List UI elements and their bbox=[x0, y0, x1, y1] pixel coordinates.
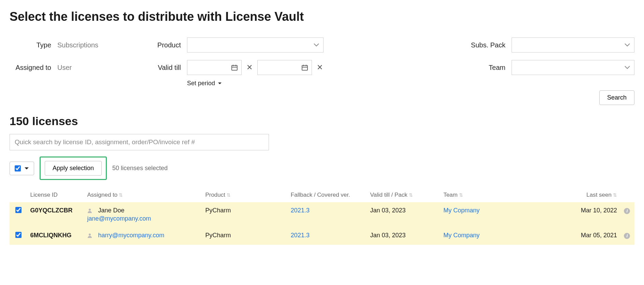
sort-icon: ⇅ bbox=[459, 192, 463, 198]
fallback-version[interactable]: 2021.3 bbox=[291, 207, 310, 214]
selected-count: 50 licenses selected bbox=[112, 165, 168, 172]
team-select[interactable] bbox=[512, 60, 634, 75]
chevron-down-icon bbox=[218, 82, 222, 85]
chevron-down-icon bbox=[314, 43, 319, 47]
subs-pack-label: Subs. Pack bbox=[471, 41, 512, 49]
assigned-name: Jane Doe bbox=[98, 207, 124, 214]
valid-to-input[interactable] bbox=[257, 60, 312, 75]
type-value[interactable]: Subscriptions bbox=[57, 41, 146, 49]
select-all-checkbox[interactable] bbox=[15, 165, 21, 171]
col-fallback[interactable]: Fallback / Covered ver. bbox=[288, 188, 368, 202]
valid-from-input[interactable] bbox=[187, 60, 242, 75]
info-icon[interactable]: i bbox=[624, 233, 630, 239]
product: PyCharm bbox=[202, 202, 288, 227]
valid-till-group: ✕ ✕ bbox=[187, 60, 324, 75]
license-id: 6MCLIQNKHG bbox=[27, 227, 84, 245]
type-label: Type bbox=[10, 41, 57, 49]
chevron-down-icon bbox=[625, 43, 630, 47]
license-id: G0YQCLZCBR bbox=[27, 202, 84, 227]
sort-icon: ⇅ bbox=[613, 192, 617, 198]
select-all-toggle[interactable] bbox=[10, 162, 34, 175]
user-icon bbox=[87, 233, 92, 240]
svg-point-8 bbox=[89, 209, 91, 211]
filters-grid: Type Subscriptions Product Subs. Pack As… bbox=[10, 38, 634, 87]
row-checkbox[interactable] bbox=[15, 232, 22, 238]
last-seen: Mar 05, 2021 bbox=[571, 227, 620, 245]
row-checkbox[interactable] bbox=[15, 207, 22, 213]
page-title: Select the licenses to distribute with L… bbox=[10, 10, 634, 24]
assigned-link[interactable]: harry@mycompany.com bbox=[98, 232, 164, 239]
team-link[interactable]: My Copmany bbox=[443, 207, 480, 214]
valid-till: Jan 03, 2023 bbox=[367, 227, 441, 245]
table-row: G0YQCLZCBR Jane Doejane@mycompany.com Py… bbox=[10, 202, 634, 227]
search-button[interactable]: Search bbox=[599, 90, 634, 105]
valid-till-label: Valid till bbox=[146, 64, 187, 72]
sort-icon: ⇅ bbox=[227, 192, 231, 198]
apply-selection-button[interactable]: Apply selection bbox=[45, 161, 102, 176]
assigned-to-value[interactable]: User bbox=[57, 64, 146, 72]
clear-from-icon[interactable]: ✕ bbox=[246, 63, 253, 72]
col-valid-till[interactable]: Valid till / Pack⇅ bbox=[367, 188, 441, 202]
product-label: Product bbox=[146, 41, 187, 49]
svg-rect-0 bbox=[232, 65, 237, 70]
svg-rect-4 bbox=[302, 65, 307, 70]
user-icon bbox=[87, 208, 92, 215]
set-period-dropdown[interactable]: Set period bbox=[187, 80, 324, 87]
table-header-row: License ID Assigned to⇅ Product⇅ Fallbac… bbox=[10, 188, 634, 202]
col-license-id[interactable]: License ID bbox=[27, 188, 84, 202]
table-row: 6MCLIQNKHG harry@mycompany.com PyCharm 2… bbox=[10, 227, 634, 245]
col-product[interactable]: Product⇅ bbox=[202, 188, 288, 202]
results-heading: 150 licenses bbox=[10, 115, 634, 128]
sort-icon: ⇅ bbox=[409, 192, 413, 198]
sort-icon: ⇅ bbox=[119, 192, 123, 198]
apply-selection-highlight: Apply selection bbox=[40, 156, 107, 180]
col-team[interactable]: Team⇅ bbox=[441, 188, 571, 202]
assigned-to-label: Assigned to bbox=[10, 64, 57, 72]
chevron-down-icon bbox=[625, 66, 630, 69]
valid-till: Jan 03, 2023 bbox=[367, 202, 441, 227]
clear-to-icon[interactable]: ✕ bbox=[316, 63, 324, 72]
assigned-email[interactable]: jane@mycompany.com bbox=[87, 215, 151, 222]
team-label: Team bbox=[471, 64, 512, 72]
set-period-label: Set period bbox=[187, 80, 215, 87]
last-seen: Mar 10, 2022 bbox=[571, 202, 620, 227]
col-assigned-to[interactable]: Assigned to⇅ bbox=[84, 188, 202, 202]
product-select[interactable] bbox=[187, 38, 324, 52]
product: PyCharm bbox=[202, 227, 288, 245]
licenses-table: License ID Assigned to⇅ Product⇅ Fallbac… bbox=[10, 188, 634, 245]
subs-pack-select[interactable] bbox=[512, 38, 634, 52]
info-icon[interactable]: i bbox=[624, 208, 630, 214]
team-link[interactable]: My Company bbox=[443, 232, 480, 239]
svg-point-9 bbox=[89, 234, 91, 236]
quick-search-input[interactable] bbox=[10, 134, 269, 150]
fallback-version[interactable]: 2021.3 bbox=[291, 232, 310, 239]
chevron-down-icon bbox=[24, 165, 29, 171]
col-last-seen[interactable]: Last seen⇅ bbox=[571, 188, 620, 202]
